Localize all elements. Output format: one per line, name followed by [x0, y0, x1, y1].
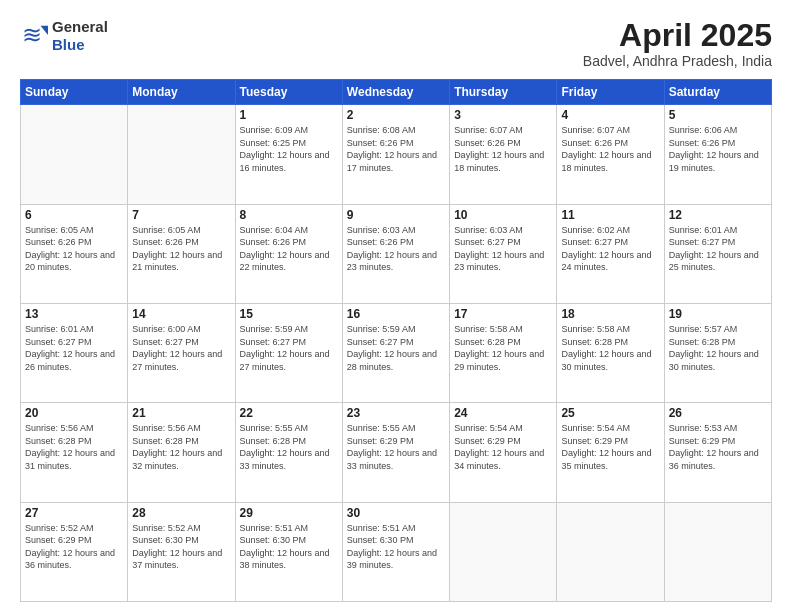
calendar-cell: 6Sunrise: 6:05 AMSunset: 6:26 PMDaylight… [21, 204, 128, 303]
day-info: Sunrise: 5:55 AMSunset: 6:29 PMDaylight:… [347, 422, 445, 472]
day-number: 6 [25, 208, 123, 222]
day-info: Sunrise: 5:54 AMSunset: 6:29 PMDaylight:… [454, 422, 552, 472]
calendar-cell [128, 105, 235, 204]
calendar-cell: 17Sunrise: 5:58 AMSunset: 6:28 PMDayligh… [450, 303, 557, 402]
day-info: Sunrise: 5:58 AMSunset: 6:28 PMDaylight:… [561, 323, 659, 373]
svg-text:≋: ≋ [22, 22, 42, 48]
weekday-header: Wednesday [342, 80, 449, 105]
title-block: April 2025 Badvel, Andhra Pradesh, India [583, 18, 772, 69]
calendar-cell: 15Sunrise: 5:59 AMSunset: 6:27 PMDayligh… [235, 303, 342, 402]
calendar-cell: 20Sunrise: 5:56 AMSunset: 6:28 PMDayligh… [21, 403, 128, 502]
calendar-week-row: 13Sunrise: 6:01 AMSunset: 6:27 PMDayligh… [21, 303, 772, 402]
day-info: Sunrise: 5:52 AMSunset: 6:29 PMDaylight:… [25, 522, 123, 572]
calendar-cell [664, 502, 771, 601]
day-info: Sunrise: 5:55 AMSunset: 6:28 PMDaylight:… [240, 422, 338, 472]
day-number: 1 [240, 108, 338, 122]
calendar-cell: 30Sunrise: 5:51 AMSunset: 6:30 PMDayligh… [342, 502, 449, 601]
calendar-cell: 2Sunrise: 6:08 AMSunset: 6:26 PMDaylight… [342, 105, 449, 204]
day-number: 3 [454, 108, 552, 122]
day-number: 7 [132, 208, 230, 222]
calendar-cell: 10Sunrise: 6:03 AMSunset: 6:27 PMDayligh… [450, 204, 557, 303]
calendar-cell: 13Sunrise: 6:01 AMSunset: 6:27 PMDayligh… [21, 303, 128, 402]
day-number: 11 [561, 208, 659, 222]
day-number: 12 [669, 208, 767, 222]
day-info: Sunrise: 5:51 AMSunset: 6:30 PMDaylight:… [347, 522, 445, 572]
calendar-cell: 29Sunrise: 5:51 AMSunset: 6:30 PMDayligh… [235, 502, 342, 601]
weekday-header: Saturday [664, 80, 771, 105]
day-number: 28 [132, 506, 230, 520]
day-number: 8 [240, 208, 338, 222]
day-info: Sunrise: 6:00 AMSunset: 6:27 PMDaylight:… [132, 323, 230, 373]
day-number: 19 [669, 307, 767, 321]
day-number: 20 [25, 406, 123, 420]
calendar-cell: 7Sunrise: 6:05 AMSunset: 6:26 PMDaylight… [128, 204, 235, 303]
day-info: Sunrise: 5:52 AMSunset: 6:30 PMDaylight:… [132, 522, 230, 572]
calendar-cell: 1Sunrise: 6:09 AMSunset: 6:25 PMDaylight… [235, 105, 342, 204]
calendar-cell: 25Sunrise: 5:54 AMSunset: 6:29 PMDayligh… [557, 403, 664, 502]
month-title: April 2025 [583, 18, 772, 53]
calendar-cell: 24Sunrise: 5:54 AMSunset: 6:29 PMDayligh… [450, 403, 557, 502]
weekday-header: Tuesday [235, 80, 342, 105]
day-number: 17 [454, 307, 552, 321]
calendar-cell [450, 502, 557, 601]
calendar-cell [557, 502, 664, 601]
day-info: Sunrise: 5:54 AMSunset: 6:29 PMDaylight:… [561, 422, 659, 472]
day-number: 15 [240, 307, 338, 321]
day-info: Sunrise: 5:53 AMSunset: 6:29 PMDaylight:… [669, 422, 767, 472]
logo-blue-text: Blue [52, 36, 85, 53]
day-number: 9 [347, 208, 445, 222]
day-number: 25 [561, 406, 659, 420]
day-number: 4 [561, 108, 659, 122]
calendar-cell: 9Sunrise: 6:03 AMSunset: 6:26 PMDaylight… [342, 204, 449, 303]
calendar-cell: 27Sunrise: 5:52 AMSunset: 6:29 PMDayligh… [21, 502, 128, 601]
calendar-week-row: 6Sunrise: 6:05 AMSunset: 6:26 PMDaylight… [21, 204, 772, 303]
calendar-cell: 5Sunrise: 6:06 AMSunset: 6:26 PMDaylight… [664, 105, 771, 204]
location: Badvel, Andhra Pradesh, India [583, 53, 772, 69]
day-number: 16 [347, 307, 445, 321]
calendar-cell: 21Sunrise: 5:56 AMSunset: 6:28 PMDayligh… [128, 403, 235, 502]
day-info: Sunrise: 5:51 AMSunset: 6:30 PMDaylight:… [240, 522, 338, 572]
day-number: 29 [240, 506, 338, 520]
day-number: 26 [669, 406, 767, 420]
day-info: Sunrise: 6:04 AMSunset: 6:26 PMDaylight:… [240, 224, 338, 274]
logo: ≋ General Blue [20, 18, 108, 54]
calendar-cell: 16Sunrise: 5:59 AMSunset: 6:27 PMDayligh… [342, 303, 449, 402]
logo-icon: ≋ [20, 22, 48, 50]
page-header: ≋ General Blue April 2025 Badvel, Andhra… [20, 18, 772, 69]
weekday-header: Thursday [450, 80, 557, 105]
day-number: 22 [240, 406, 338, 420]
calendar-cell: 14Sunrise: 6:00 AMSunset: 6:27 PMDayligh… [128, 303, 235, 402]
weekday-header: Friday [557, 80, 664, 105]
day-info: Sunrise: 5:59 AMSunset: 6:27 PMDaylight:… [240, 323, 338, 373]
day-number: 13 [25, 307, 123, 321]
day-info: Sunrise: 5:56 AMSunset: 6:28 PMDaylight:… [132, 422, 230, 472]
day-info: Sunrise: 6:05 AMSunset: 6:26 PMDaylight:… [25, 224, 123, 274]
calendar-cell: 23Sunrise: 5:55 AMSunset: 6:29 PMDayligh… [342, 403, 449, 502]
weekday-header: Monday [128, 80, 235, 105]
calendar-week-row: 27Sunrise: 5:52 AMSunset: 6:29 PMDayligh… [21, 502, 772, 601]
day-info: Sunrise: 6:07 AMSunset: 6:26 PMDaylight:… [561, 124, 659, 174]
calendar-cell: 19Sunrise: 5:57 AMSunset: 6:28 PMDayligh… [664, 303, 771, 402]
calendar-cell: 12Sunrise: 6:01 AMSunset: 6:27 PMDayligh… [664, 204, 771, 303]
calendar-cell [21, 105, 128, 204]
weekday-header: Sunday [21, 80, 128, 105]
day-info: Sunrise: 6:03 AMSunset: 6:27 PMDaylight:… [454, 224, 552, 274]
day-info: Sunrise: 6:01 AMSunset: 6:27 PMDaylight:… [25, 323, 123, 373]
calendar-cell: 18Sunrise: 5:58 AMSunset: 6:28 PMDayligh… [557, 303, 664, 402]
calendar-cell: 4Sunrise: 6:07 AMSunset: 6:26 PMDaylight… [557, 105, 664, 204]
logo-general-text: General [52, 18, 108, 35]
calendar-cell: 22Sunrise: 5:55 AMSunset: 6:28 PMDayligh… [235, 403, 342, 502]
calendar-cell: 28Sunrise: 5:52 AMSunset: 6:30 PMDayligh… [128, 502, 235, 601]
day-number: 14 [132, 307, 230, 321]
day-number: 23 [347, 406, 445, 420]
day-number: 2 [347, 108, 445, 122]
calendar-page: ≋ General Blue April 2025 Badvel, Andhra… [0, 0, 792, 612]
day-info: Sunrise: 5:58 AMSunset: 6:28 PMDaylight:… [454, 323, 552, 373]
day-number: 30 [347, 506, 445, 520]
day-info: Sunrise: 6:01 AMSunset: 6:27 PMDaylight:… [669, 224, 767, 274]
day-number: 21 [132, 406, 230, 420]
calendar-table: SundayMondayTuesdayWednesdayThursdayFrid… [20, 79, 772, 602]
calendar-week-row: 1Sunrise: 6:09 AMSunset: 6:25 PMDaylight… [21, 105, 772, 204]
day-info: Sunrise: 6:05 AMSunset: 6:26 PMDaylight:… [132, 224, 230, 274]
day-info: Sunrise: 5:56 AMSunset: 6:28 PMDaylight:… [25, 422, 123, 472]
